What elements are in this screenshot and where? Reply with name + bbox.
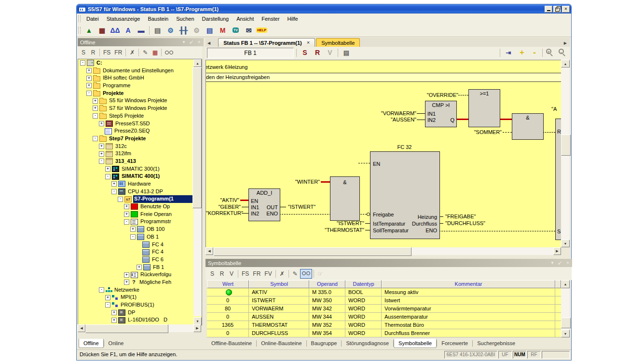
plc-rack-icon[interactable]: ▦ [96, 25, 108, 36]
tree-expander[interactable]: + [124, 272, 129, 278]
tree-item-netzwerke[interactable]: -Netzwerke [78, 286, 193, 294]
tree-expander[interactable]: - [118, 197, 123, 202]
fbd-hscroll-thumb[interactable] [214, 247, 411, 256]
tree-item-simatic-400-1-[interactable]: -SIMATIC 400(1) [78, 173, 193, 180]
panel-close-icon[interactable]: × [564, 260, 571, 266]
tree-expander[interactable]: + [93, 98, 98, 104]
fbd-vscroll-thumb[interactable] [561, 134, 571, 156]
table-scroll-up[interactable]: ▲ [561, 280, 570, 288]
status-display-icon[interactable]: ⚙ [164, 25, 177, 36]
tree-item-s5-für-windows-projekte[interactable]: +S5 für Windows Projekte [78, 97, 193, 105]
force-hand-icon[interactable]: ☞ [315, 269, 325, 279]
tree-scroll-left[interactable]: ◀ [78, 324, 85, 332]
fbd-scroll-down[interactable]: ▼ [561, 240, 570, 247]
table-row[interactable]: 0DURCHFLUSSMW 354WORDDurchfluss Brenner [207, 329, 561, 337]
zoom-out-minus-icon[interactable]: - [530, 48, 539, 57]
force-value-button[interactable]: FV [262, 269, 274, 279]
tree-item-benutzte-op[interactable]: +Benutzte Op [78, 203, 193, 211]
tree-item-freie-operan[interactable]: +Freie Operan [78, 211, 193, 218]
table-scroll-down[interactable]: ▼ [561, 330, 570, 337]
fbd-block-and-top[interactable]: & [512, 113, 544, 140]
menu-item-ansicht[interactable]: Ansicht [233, 14, 258, 24]
tree-item-c-[interactable]: -C: [78, 59, 193, 67]
tree-expander[interactable]: + [111, 318, 117, 323]
column-header-wert[interactable]: Wert [207, 280, 249, 288]
tab-online[interactable]: Online [104, 339, 128, 348]
menu-item-suchen[interactable]: Suchen [172, 14, 198, 24]
tree-item-fb-1[interactable]: +FB 1 [78, 264, 193, 271]
fbd-scroll-right[interactable]: ▶ [553, 247, 561, 255]
fbd-block-or[interactable]: >=1 [468, 89, 500, 127]
tree-item-312ifm[interactable]: +312ifm [78, 150, 193, 158]
status-disabled-icon[interactable]: ⚙ [191, 25, 203, 36]
table-row[interactable]: 0AUSSENMW 344WORDAussentemparatur [207, 313, 561, 321]
operand-label[interactable]: "THERMOSTAT" [322, 227, 364, 233]
operand-label[interactable]: "A [551, 106, 557, 112]
tree-item-projekte[interactable]: -Projekte [78, 90, 193, 97]
operand-label[interactable]: "SOMMER" [463, 129, 502, 135]
no-force-icon[interactable]: ✗ [277, 269, 287, 279]
column-header-operand[interactable]: Operand [309, 280, 345, 288]
tab-störungsdiagnose[interactable]: Störungsdiagnose [342, 339, 393, 348]
tree-item-s7-für-windows-projekte[interactable]: +S7 für Windows Projekte [78, 105, 193, 112]
force-set-button[interactable]: FS [101, 48, 112, 57]
tree-item-312c[interactable]: +312c [78, 143, 193, 150]
tab-symboltabelle[interactable]: Symboltabelle [316, 38, 360, 47]
menu-item-hilfe[interactable]: Hilfe [284, 14, 302, 24]
tab-baugruppe[interactable]: Baugruppe [307, 339, 342, 348]
tree-expander[interactable]: - [86, 91, 92, 96]
zoom-in-plus-icon[interactable]: + [517, 48, 527, 57]
titlebar[interactable]: S5/S7 für Windows - Status FB 1 -- \S7-P… [77, 4, 571, 13]
tree-item-fc-6[interactable]: FC 6 [78, 256, 193, 264]
tree-item-pressest-s5d[interactable]: +PresseST.S5D [78, 120, 193, 128]
tree-item-simatic-300-1-[interactable]: +SIMATIC 300(1) [78, 165, 193, 173]
close-button[interactable]: × [562, 6, 570, 13]
tab-offline-bausteine[interactable]: Offline-Bausteine [207, 339, 256, 348]
tree-scroll-down[interactable]: ▼ [193, 317, 202, 325]
value-button[interactable]: V [227, 269, 236, 279]
restore-button[interactable] [553, 6, 561, 13]
tab-forcewerte[interactable]: Forcewerte [437, 339, 472, 348]
controller-icon[interactable]: ╂╂ [178, 25, 190, 36]
tree-expander[interactable]: + [93, 106, 98, 111]
operand-label[interactable]: "ISTWERT" [334, 220, 364, 226]
scales-icon[interactable]: ΔΔ [109, 25, 121, 36]
tree-item-rückverfolgu[interactable]: +Rückverfolgu [78, 271, 193, 279]
force-reset-button[interactable]: FR [251, 269, 262, 279]
exit-block-icon[interactable]: ⇥ [504, 48, 513, 57]
force-reset-button[interactable]: FR [112, 48, 124, 57]
glasses-icon[interactable] [163, 48, 175, 57]
fbd-scroll-left[interactable]: ◀ [206, 247, 213, 255]
menu-item-darstellung[interactable]: Darstellung [198, 14, 233, 24]
fbd-vscrollbar[interactable]: ▲ ▼ [561, 60, 570, 247]
tree-expander[interactable]: + [111, 181, 117, 187]
panel-pin-icon[interactable]: ⊸ [188, 39, 195, 45]
fbd-scroll-up[interactable]: ▲ [561, 60, 570, 67]
tree-scroll-up[interactable]: ▲ [193, 59, 202, 67]
operand-label[interactable]: "ISTWERT" [288, 204, 315, 210]
status-value-button[interactable]: V [325, 48, 335, 57]
fbd-block-and-mid[interactable]: & [330, 176, 360, 221]
tree-expander[interactable]: - [99, 287, 104, 293]
operand-label[interactable]: "FREIGABE" [445, 214, 476, 219]
operand-label[interactable]: "KORREKTUR" [206, 210, 241, 216]
document-icon[interactable]: ▤ [204, 25, 216, 36]
fbd-hscrollbar[interactable]: ◀ ▶ [206, 247, 561, 255]
tree-expander[interactable]: + [86, 83, 92, 88]
menu-item-datei[interactable]: Datei [82, 14, 103, 24]
tree-expander[interactable]: + [99, 144, 104, 149]
status-reset-button[interactable]: R [313, 48, 322, 57]
tree-expander[interactable]: + [99, 121, 104, 126]
tab-symboltabelle[interactable]: Symboltabelle [394, 339, 437, 348]
tab-suchergebnisse[interactable]: Suchergebnisse [473, 339, 520, 348]
rack-icon[interactable]: ▦ [150, 48, 160, 57]
reset-button[interactable]: R [217, 269, 227, 279]
message-icon[interactable]: ✉ [243, 25, 255, 36]
tab-status-fb1[interactable]: Status FB 1 -- \S7-Programm(1) × [218, 38, 315, 47]
fbd-block-cmp[interactable]: CMP >I IN1 IN2 Q [425, 101, 457, 127]
menu-item-baustein[interactable]: Baustein [144, 14, 172, 24]
table-row[interactable]: 0ISTWERTMW 350WORDIstwert [207, 296, 561, 305]
tabs-next-icon[interactable]: ▶ [562, 39, 569, 47]
glasses-icon[interactable] [300, 269, 312, 279]
print-icon[interactable]: ▤ [151, 25, 164, 36]
